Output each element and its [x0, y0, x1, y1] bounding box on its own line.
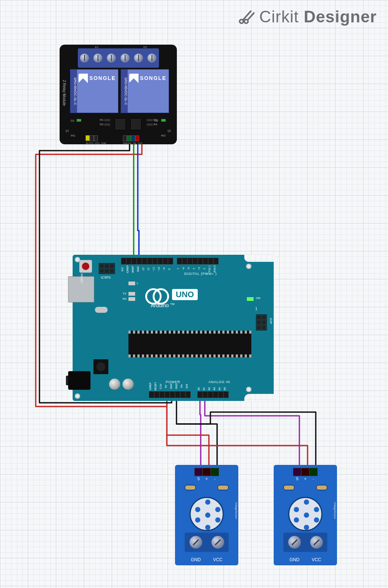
uno-pin-label: ~11 — [152, 265, 158, 273]
relay-pin-gnd — [123, 135, 127, 141]
uno-pin — [197, 391, 203, 398]
uno-pin — [142, 258, 147, 264]
resistor-icon — [217, 485, 229, 490]
screw-icon — [212, 536, 224, 549]
round-terminal-icon — [190, 497, 224, 531]
uno-pin — [208, 258, 213, 264]
relay-unit-2: SRD-05VDC-SL-C SONGLE — [121, 69, 169, 113]
vs-pin-minus — [309, 468, 318, 476]
arduino-brand-text: Arduino — [151, 302, 169, 308]
relay-led-d2 — [161, 119, 166, 122]
relay-d1: D1 — [71, 119, 74, 122]
relay-module[interactable]: K1 K2 2 Relay Module SRD-05VDC-SL-C SONG… — [60, 45, 177, 144]
uno-pin — [180, 391, 185, 398]
uno-pin-label: RESET — [154, 382, 159, 391]
relay-terminal-strip — [78, 48, 159, 68]
relay-q2: Q2 — [168, 129, 171, 132]
relay-pin — [94, 135, 98, 141]
resistor-icon — [185, 485, 196, 490]
wire-vs2-vcc — [167, 435, 308, 467]
relay-r3-label: R3 — [153, 118, 157, 122]
uno-pin-label: RX0 0 — [213, 265, 219, 272]
mount-hole — [246, 264, 251, 269]
screw-icon — [310, 536, 323, 549]
relay-screw — [134, 54, 143, 62]
led-tx-label: TX — [123, 292, 126, 295]
relay-control-header — [123, 135, 139, 141]
uno-pin-label: A2 — [208, 387, 213, 391]
digital-label: DIGITAL (PWM= ) — [184, 272, 217, 276]
relay-in2-label: IN2 — [161, 134, 166, 137]
uno-pin — [149, 391, 154, 398]
icsp-header — [256, 314, 267, 331]
uno-pin-label: ~3 — [198, 265, 203, 272]
icsp-label: ICSP — [270, 318, 272, 324]
relay-right-vcc: VCC — [138, 142, 143, 144]
uno-pin-label: 3.3V — [159, 382, 165, 391]
uno-pin-label: A4 — [218, 387, 223, 391]
uno-pin — [121, 258, 126, 264]
vs-vcc-label: VCC — [312, 557, 321, 562]
board-cutout — [244, 254, 274, 262]
relay-optocouplers — [115, 118, 141, 130]
relay-swoosh-icon — [129, 74, 139, 83]
capacitor-icon — [109, 379, 120, 390]
led-on-label: ON — [256, 296, 260, 300]
vs-s-label: S — [293, 477, 301, 481]
analog-label: ANALOG IN — [209, 380, 230, 384]
relay-right-in1: IN1 — [128, 142, 131, 144]
uno-pin-label: N/C — [121, 265, 126, 273]
screw-icon — [288, 536, 301, 549]
uno-pin — [168, 258, 173, 264]
relay-right-in2: IN2 — [133, 142, 136, 144]
digital-labels-1: N/CIOREFAREFGND1312~11~10~98 — [121, 265, 173, 273]
uno-pin-label: GND — [175, 382, 180, 391]
uno-pin — [223, 391, 229, 398]
vs-side-text: VoltageSensor — [332, 502, 336, 528]
vs-header — [293, 468, 318, 476]
relay-pin — [90, 135, 94, 141]
uno-pin — [147, 258, 152, 264]
app-logo: Cirkit Designer — [237, 7, 377, 26]
vs-minus-label: - — [211, 477, 219, 481]
relay-pin-in1 — [127, 135, 131, 141]
led-rx — [128, 297, 135, 301]
relay-screw — [121, 54, 130, 62]
relay-r4-label: R4 — [153, 123, 157, 126]
uno-pin — [218, 391, 223, 398]
led-l-label: L — [137, 282, 138, 285]
relay-r2 — [104, 123, 110, 126]
led-rx-label: RX — [123, 297, 127, 301]
vs-minus-label: - — [309, 477, 318, 481]
uno-pin-label: 8 — [168, 265, 173, 273]
relay-r1-label: R1 — [100, 118, 104, 122]
uno-pin-label: N/A — [185, 382, 191, 391]
voltage-sensor-1[interactable]: S + - VoltageSensor GND VCC — [175, 465, 238, 565]
relay-in1-label: IN1 — [71, 134, 75, 137]
icsp2-header — [99, 263, 115, 274]
uno-pin — [185, 391, 191, 398]
relay-r3 — [147, 119, 153, 121]
reset-button[interactable] — [79, 260, 92, 273]
relay-q1: Q1 — [66, 129, 69, 132]
uno-pin-label: 2 — [203, 265, 208, 272]
uno-pin-label: 5V — [165, 382, 170, 391]
uno-pin — [208, 391, 213, 398]
vs-pin-plus — [203, 468, 211, 476]
relay-screw — [80, 54, 89, 62]
vs-screw-terminal — [283, 533, 327, 552]
uno-pin — [158, 258, 163, 264]
relay-screw — [107, 54, 116, 62]
uno-pin-label: ~6 — [182, 265, 187, 272]
uno-pin — [213, 391, 218, 398]
uno-pin-label: 13 — [142, 265, 147, 273]
vs-gnd-label: GND — [289, 557, 299, 562]
uno-pin — [182, 258, 187, 264]
led-tx — [128, 292, 135, 296]
uno-pin — [203, 391, 208, 398]
digital-header-2 — [177, 258, 219, 264]
uno-model: UNO — [172, 289, 198, 300]
relay-swoosh-icon — [79, 74, 88, 83]
arduino-uno[interactable]: RESET ICSP2 ICSP 1 L TX RX ON UNO Arduin… — [73, 255, 274, 401]
voltage-sensor-2[interactable]: S + - VoltageSensor GND VCC — [274, 465, 337, 565]
